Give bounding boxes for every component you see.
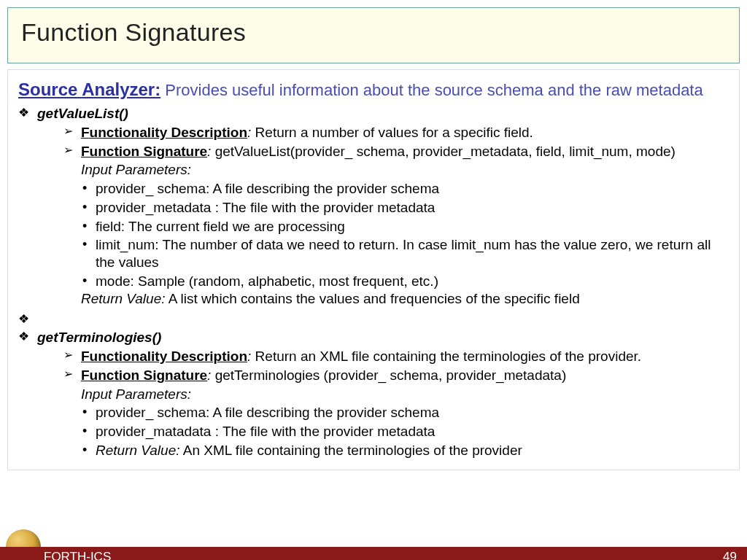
slide: Function Signatures Source Analyzer: Pro… [0, 7, 747, 560]
return-line: Return Value: An XML file containing the… [81, 442, 729, 459]
detail-list: Functionality Description: Return an XML… [37, 348, 729, 384]
content-box: Source Analyzer: Provides useful informa… [7, 69, 740, 470]
params-list: provider_ schema: A file describing the … [81, 180, 729, 290]
return-lead: Return Value: [81, 291, 165, 306]
function-signature: Function Signature: getTerminologies (pr… [37, 367, 729, 384]
function-name: getTerminologies() [37, 330, 161, 345]
params-block: Input Parameters: provider_ schema: A fi… [81, 386, 729, 459]
desc-text: Return an XML file containing the termin… [251, 349, 641, 364]
function-item: getTerminologies() Functionality Descrip… [18, 329, 729, 459]
return-line: Return Value: A list which contains the … [81, 290, 729, 308]
return-lead: Return Value: [96, 443, 179, 458]
footer-org: FORTH-ICS [44, 550, 111, 560]
functionality-description: Functionality Description: Return a numb… [37, 124, 729, 141]
param-item: provider_matadata : The file with the pr… [81, 423, 729, 440]
param-item: limit_num: The number of data we need to… [81, 236, 729, 271]
section-head: Source Analyzer: Provides useful informa… [18, 79, 729, 101]
param-item: provider_ schema: A file describing the … [81, 180, 729, 198]
function-signature: Function Signature: getValueList(provide… [37, 143, 729, 160]
footer-bar: FORTH-ICS 49 [0, 547, 747, 560]
section-lead: Source Analyzer: [18, 79, 160, 99]
page-number: 49 [723, 550, 737, 560]
detail-list: Functionality Description: Return a numb… [37, 124, 729, 160]
section-desc: Provides useful information about the so… [160, 81, 703, 99]
functionality-description: Functionality Description: Return an XML… [37, 348, 729, 365]
title-box: Function Signatures [7, 7, 740, 63]
function-name: getValueList() [37, 106, 128, 121]
function-list: getValueList() Functionality Description… [18, 105, 729, 459]
desc-text: Return a number of values for a specific… [251, 125, 533, 140]
sig-label: Function Signature [81, 144, 207, 159]
sig-label: Function Signature [81, 368, 207, 383]
spacer [18, 311, 729, 324]
sig-text: getValueList(provider_ schema, provider_… [211, 144, 675, 159]
param-item: provider_metadata : The file with the pr… [81, 199, 729, 217]
params-block: Input Parameters: provider_ schema: A fi… [81, 161, 729, 307]
return-text: A list which contains the values and fre… [165, 291, 579, 306]
param-item: mode: Sample (random, alphabetic, most f… [81, 273, 729, 290]
desc-label: Functionality Description [81, 349, 247, 364]
params-head: Input Parameters: [81, 161, 729, 179]
param-item: field: The current field we are processi… [81, 218, 729, 236]
sig-text: getTerminologies (provider_ schema, prov… [211, 368, 566, 383]
slide-title: Function Signatures [21, 18, 726, 47]
params-list: provider_ schema: A file describing the … [81, 404, 729, 459]
return-text: An XML file containing the terminologies… [179, 443, 522, 458]
function-item: getValueList() Functionality Description… [18, 105, 729, 307]
param-item: provider_ schema: A file describing the … [81, 404, 729, 421]
params-head: Input Parameters: [81, 386, 729, 403]
desc-label: Functionality Description [81, 125, 247, 140]
